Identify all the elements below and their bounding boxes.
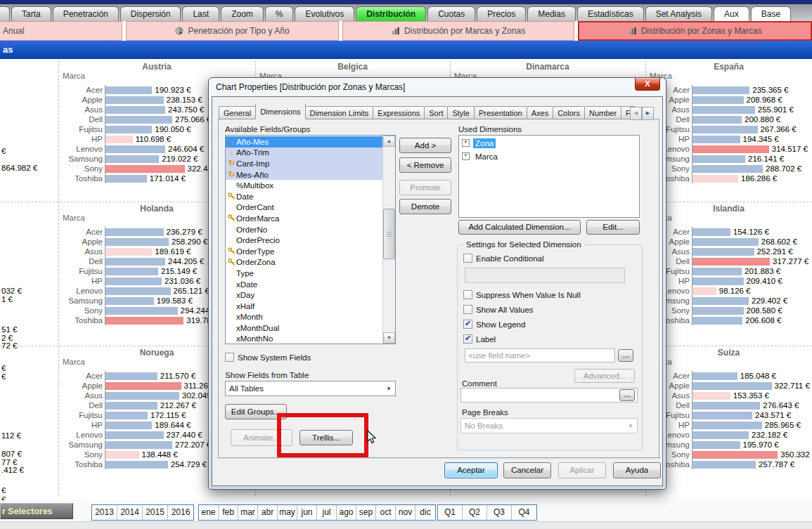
month-cell[interactable]: oct xyxy=(376,505,396,520)
field-item[interactable]: xHalf xyxy=(226,301,382,312)
field-item[interactable]: OrderMarca xyxy=(226,213,382,224)
sheet-tab[interactable]: Last xyxy=(182,6,219,21)
dialog-tab[interactable]: Style xyxy=(447,106,474,119)
help-button[interactable]: Ayuda xyxy=(613,462,661,478)
dialog-tab[interactable]: Axes xyxy=(527,106,553,119)
show-all-values-checkbox[interactable] xyxy=(463,305,472,314)
accept-button[interactable]: Aceptar xyxy=(444,462,498,478)
month-cell[interactable]: mar xyxy=(238,505,258,520)
month-cell[interactable]: ago xyxy=(337,505,356,520)
field-item[interactable]: Date xyxy=(226,191,382,202)
sheet-tab-stub[interactable] xyxy=(0,6,10,21)
expand-icon[interactable] xyxy=(462,152,470,160)
comment-ellipsis-button[interactable]: ... xyxy=(619,389,635,401)
promote-button[interactable]: Promote xyxy=(399,180,451,195)
conditional-expression-input[interactable] xyxy=(465,268,625,283)
enable-conditional-checkbox[interactable] xyxy=(463,254,472,263)
sheet-tab[interactable]: Cuotas xyxy=(427,6,475,21)
demote-button[interactable]: Demote xyxy=(399,199,451,214)
quarter-cell[interactable]: Q1 xyxy=(438,505,463,520)
month-cell[interactable]: may xyxy=(278,505,297,520)
field-item[interactable]: xMonthDual xyxy=(226,322,382,334)
label-input[interactable] xyxy=(465,348,615,363)
show-system-fields-checkbox[interactable] xyxy=(225,353,234,362)
dialog-tab[interactable]: General xyxy=(219,106,256,119)
sheet-tab[interactable]: Precios xyxy=(477,6,526,21)
cancel-button[interactable]: Cancelar xyxy=(503,462,551,478)
month-cell[interactable]: sep xyxy=(356,505,376,520)
clear-selectors-button[interactable]: r Selectores xyxy=(0,503,73,519)
scroll-down-icon[interactable] xyxy=(383,332,395,344)
sheet-tab[interactable]: Tarta xyxy=(11,6,51,21)
dialog-title-bar[interactable]: Chart Properties [Distribución por Zonas… xyxy=(209,78,666,96)
year-cell[interactable]: 2014 xyxy=(117,505,143,520)
field-item[interactable]: OrderPrecio xyxy=(226,235,382,246)
page-breaks-dropdown[interactable]: No Breaks xyxy=(460,418,638,433)
field-item[interactable]: OrderNo xyxy=(226,224,382,235)
sheet-tab[interactable]: Penetración xyxy=(53,6,119,21)
quarter-cell[interactable]: Q2 xyxy=(463,505,487,520)
close-button[interactable]: X xyxy=(635,78,660,91)
sheet-tab[interactable]: Distribución xyxy=(356,6,426,21)
year-cell[interactable]: 2015 xyxy=(143,505,168,520)
chart-selector-button[interactable]: Distribución por Marcas y Zonas xyxy=(342,21,575,41)
field-item[interactable]: Cant-Imp xyxy=(226,158,382,169)
label-ellipsis-button[interactable]: ... xyxy=(618,349,633,362)
dialog-tab[interactable]: Dimension Limits xyxy=(305,106,374,119)
add-button[interactable]: Add > xyxy=(399,138,451,153)
tab-scroll-right-icon[interactable]: ▶ xyxy=(642,107,654,120)
year-cell[interactable]: 2013 xyxy=(92,505,117,520)
add-calculated-dimension-button[interactable]: Add Calculated Dimension... xyxy=(458,220,581,235)
dialog-tab[interactable]: Colors xyxy=(553,106,585,119)
month-cell[interactable]: nov xyxy=(396,505,415,520)
dialog-tab[interactable]: Sort xyxy=(424,106,448,119)
edit-button[interactable]: Edit... xyxy=(586,220,640,235)
sheet-tab[interactable]: Estadísticas xyxy=(577,6,644,21)
sheet-tab[interactable]: Aux xyxy=(714,6,749,21)
sheet-tab[interactable]: % xyxy=(265,6,294,21)
advanced-button[interactable]: Advanced... xyxy=(574,369,635,383)
sheet-tab[interactable]: Base xyxy=(751,6,791,21)
scroll-up-icon[interactable] xyxy=(383,136,395,147)
field-item[interactable]: Mes-Año xyxy=(226,169,382,181)
field-item[interactable]: xDay xyxy=(226,289,382,301)
show-legend-checkbox[interactable] xyxy=(463,320,472,329)
dialog-tab[interactable]: Presentation xyxy=(474,106,527,119)
chart-selector-button[interactable]: Anual xyxy=(0,21,122,41)
field-item[interactable]: OrderType xyxy=(226,246,382,257)
field-item[interactable]: OrderCant xyxy=(226,202,382,214)
field-item[interactable]: %Multibox xyxy=(226,180,382,191)
field-item[interactable]: OrderZona xyxy=(226,257,382,268)
field-item[interactable]: xMonthNo xyxy=(226,334,382,344)
field-item[interactable]: xDate xyxy=(226,279,382,290)
used-dimension-item[interactable]: Zona xyxy=(459,136,639,150)
comment-input[interactable] xyxy=(460,388,638,403)
dialog-tab[interactable]: Expressions xyxy=(373,106,425,119)
field-item[interactable]: Año-Trim xyxy=(226,148,382,159)
month-cell[interactable]: abr xyxy=(258,505,278,520)
quarter-cell[interactable]: Q3 xyxy=(487,505,512,520)
label-checkbox[interactable] xyxy=(463,334,472,344)
dialog-tab[interactable]: Number xyxy=(584,106,621,119)
chart-selector-button[interactable]: Distribución por Zonas y Marcas xyxy=(578,21,812,41)
quarter-cell[interactable]: Q4 xyxy=(512,505,536,520)
sheet-tab[interactable]: Evolutivos xyxy=(295,6,354,21)
suppress-null-checkbox[interactable] xyxy=(463,290,472,299)
expand-icon[interactable] xyxy=(462,139,470,147)
year-cell[interactable]: 2016 xyxy=(168,505,193,520)
table-filter-dropdown[interactable]: All Tables xyxy=(225,381,396,396)
field-item[interactable]: xMonth xyxy=(226,312,382,323)
month-cell[interactable]: jul xyxy=(317,505,337,520)
sheet-tab[interactable]: Zoom xyxy=(221,6,264,21)
field-item[interactable]: Año-Mes xyxy=(226,136,382,148)
field-item[interactable]: Type xyxy=(226,268,382,279)
month-cell[interactable]: ene xyxy=(199,505,219,520)
sheet-tab[interactable]: Medias xyxy=(527,6,576,21)
remove-button[interactable]: < Remove xyxy=(399,157,451,173)
tab-scroll-left-icon[interactable]: ◀ xyxy=(630,107,642,120)
month-cell[interactable]: dic xyxy=(415,505,435,520)
scrollbar-thumb[interactable] xyxy=(383,209,395,259)
fields-scrollbar[interactable] xyxy=(382,136,395,344)
sheet-tab[interactable]: Set Analysis xyxy=(645,6,712,21)
month-cell[interactable]: jun xyxy=(297,505,317,520)
